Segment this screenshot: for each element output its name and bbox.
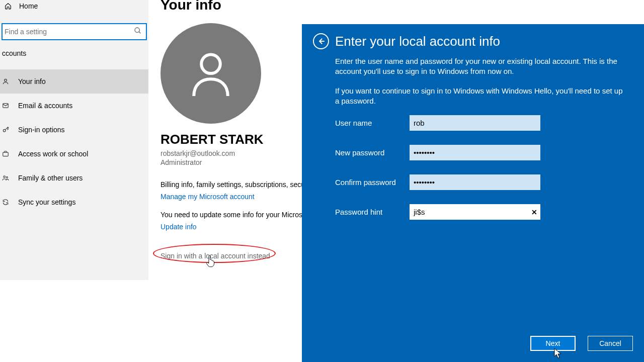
home-button[interactable]: Home xyxy=(0,0,148,12)
nav-item-label: Your info xyxy=(18,77,46,85)
nav-email-accounts[interactable]: Email & accounts xyxy=(0,94,148,118)
avatar xyxy=(160,23,261,124)
hint-label: Password hint xyxy=(335,208,410,216)
local-account-dialog: Enter your local account info Enter the … xyxy=(302,24,644,362)
hint-input[interactable] xyxy=(410,204,540,220)
nav-sync-settings[interactable]: Sync your settings xyxy=(0,190,148,214)
dialog-title: Enter your local account info xyxy=(335,34,500,49)
sidebar: Home ccounts Your info Email & accounts … xyxy=(0,0,148,280)
svg-point-8 xyxy=(201,55,220,74)
svg-rect-5 xyxy=(3,152,9,156)
nav-your-info[interactable]: Your info xyxy=(0,69,148,94)
key-icon xyxy=(2,126,9,133)
mail-icon xyxy=(2,102,9,109)
cancel-button[interactable]: Cancel xyxy=(588,336,633,351)
person-icon xyxy=(2,78,9,85)
sync-icon xyxy=(2,199,9,206)
svg-point-6 xyxy=(4,176,5,178)
search-icon xyxy=(134,27,142,37)
section-label: ccounts xyxy=(0,49,148,57)
page-title: Your info xyxy=(160,0,382,13)
nav-item-label: Sign-in options xyxy=(18,126,65,134)
nav-item-label: Sync your settings xyxy=(18,198,75,206)
svg-point-2 xyxy=(5,79,7,81)
local-account-link[interactable]: Sign in with a local account instead xyxy=(160,252,270,260)
username-input[interactable] xyxy=(410,115,540,131)
confirm-password-label: Confirm password xyxy=(335,178,410,187)
svg-line-1 xyxy=(139,32,140,33)
search-field[interactable] xyxy=(3,24,131,39)
svg-point-7 xyxy=(6,176,8,178)
username-label: User name xyxy=(335,119,410,127)
confirm-password-input[interactable] xyxy=(410,174,540,190)
nav-item-label: Email & accounts xyxy=(18,102,72,110)
nav-item-label: Access work or school xyxy=(18,150,88,158)
nav-family-users[interactable]: Family & other users xyxy=(0,166,148,190)
briefcase-icon xyxy=(2,150,9,157)
nav-item-label: Family & other users xyxy=(18,174,83,182)
people-icon xyxy=(2,174,9,182)
clear-hint-icon[interactable]: ✕ xyxy=(531,208,537,216)
search-input[interactable] xyxy=(2,23,147,40)
next-button[interactable]: Next xyxy=(530,336,576,351)
nav-access-work[interactable]: Access work or school xyxy=(0,142,148,166)
dialog-paragraph-1: Enter the user name and password for you… xyxy=(335,56,623,77)
home-icon xyxy=(4,3,12,10)
back-button[interactable] xyxy=(313,33,329,49)
svg-point-0 xyxy=(135,28,139,32)
dialog-paragraph-2: If you want to continue to sign in to Wi… xyxy=(335,86,623,107)
home-label: Home xyxy=(19,2,38,10)
nav-signin-options[interactable]: Sign-in options xyxy=(0,118,148,142)
new-password-label: New password xyxy=(335,148,410,157)
new-password-input[interactable] xyxy=(410,145,540,160)
